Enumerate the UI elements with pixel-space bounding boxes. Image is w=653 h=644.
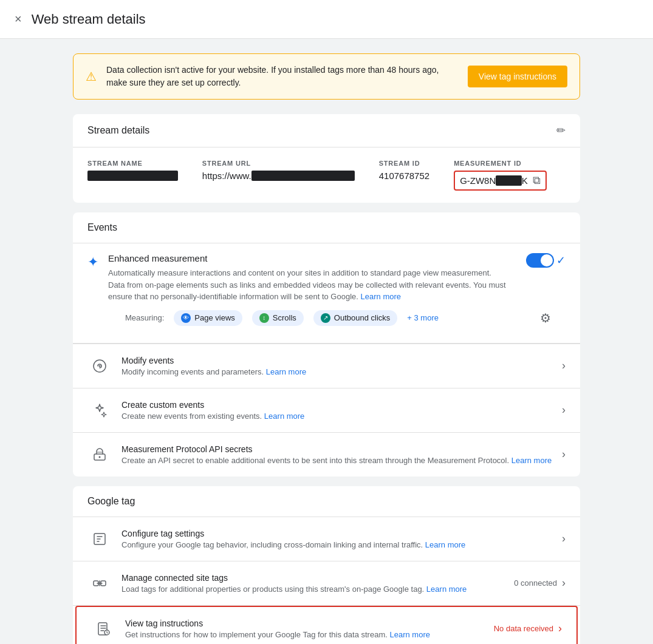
google-tag-title: Google tag [73, 486, 580, 517]
enhanced-measurement-title: Enhanced measurement [108, 253, 516, 263]
measurement-protocol-learn-more[interactable]: Learn more [511, 456, 552, 465]
enhanced-measurement-row: ✦ Enhanced measurement Automatically mea… [87, 253, 566, 303]
stream-url-label: STREAM URL [202, 160, 355, 167]
stream-id-field: STREAM ID 4107678752 [379, 160, 429, 191]
connected-tags-title: Manage connected site tags [121, 573, 514, 583]
measurement-id-value: G-ZW8N████K [460, 175, 528, 186]
events-section-title: Events [73, 212, 580, 243]
connected-tags-icon [87, 571, 112, 595]
measurement-protocol-content: Measurement Protocol API secrets Create … [121, 444, 562, 465]
scrolls-icon: ↕ [259, 313, 269, 323]
svg-point-1 [99, 365, 101, 367]
modify-events-content: Modify events Modify incoming events and… [121, 356, 562, 376]
create-custom-events-title: Create custom events [121, 400, 562, 410]
toggle-check-icon: ✓ [556, 254, 566, 267]
close-button[interactable]: × [15, 12, 22, 26]
enhanced-toggle[interactable] [526, 253, 554, 268]
page-header: × Web stream details [0, 0, 653, 39]
measurement-protocol-chevron: › [562, 448, 566, 461]
page-views-chip[interactable]: 👁 Page views [174, 310, 242, 326]
modify-events-desc: Modify incoming events and parameters. L… [121, 367, 562, 376]
view-tag-icon [91, 617, 115, 641]
view-tag-learn-more[interactable]: Learn more [389, 630, 429, 639]
enhanced-measurement-desc: Automatically measure interactions and c… [108, 267, 516, 303]
google-tag-card: Google tag Configure tag settings Config… [73, 486, 580, 645]
connected-tags-desc: Load tags for additional properties or p… [121, 585, 514, 594]
measuring-row: Measuring: 👁 Page views ↕ Scrolls ↗ Outb… [87, 303, 566, 333]
stream-fields: STREAM NAME ██████████████ STREAM URL ht… [73, 147, 580, 203]
view-tag-title: View tag instructions [125, 619, 494, 628]
stream-name-value: ██████████████ [87, 171, 178, 181]
copy-icon[interactable]: ⧉ [533, 174, 541, 187]
measurement-protocol-title: Measurement Protocol API secrets [121, 444, 562, 454]
stream-name-label: STREAM NAME [87, 160, 178, 167]
configure-tag-desc: Configure your Google tag behavior, incl… [121, 540, 562, 549]
outbound-clicks-chip[interactable]: ↗ Outbound clicks [313, 310, 398, 326]
page-views-icon: 👁 [181, 313, 191, 323]
create-custom-events-desc: Create new events from existing events. … [121, 412, 562, 421]
stream-url-field: STREAM URL https://www.████████████████ [202, 160, 355, 191]
outbound-clicks-label: Outbound clicks [334, 313, 391, 322]
modify-events-chevron: › [562, 359, 566, 372]
configure-tag-learn-more[interactable]: Learn more [425, 540, 465, 549]
toggle-container[interactable]: ✓ [526, 253, 566, 268]
measurement-protocol-desc: Create an API secret to enable additiona… [121, 456, 562, 465]
create-custom-events-row[interactable]: Create custom events Create new events f… [73, 388, 580, 432]
stream-id-label: STREAM ID [379, 160, 429, 167]
scrolls-label: Scrolls [273, 313, 296, 322]
configure-tag-content: Configure tag settings Configure your Go… [121, 529, 562, 549]
enhanced-measurement-content: Enhanced measurement Automatically measu… [108, 253, 516, 303]
configure-tag-icon [87, 527, 112, 551]
measurement-protocol-row[interactable]: Measurement Protocol API secrets Create … [73, 432, 580, 476]
measurement-settings-icon[interactable]: ⚙ [540, 311, 551, 325]
manage-connected-tags-row[interactable]: Manage connected site tags Load tags for… [73, 561, 580, 606]
connected-tags-learn-more[interactable]: Learn more [426, 585, 467, 594]
measurement-protocol-icon [87, 442, 112, 467]
measurement-id-container: G-ZW8N████K ⧉ [454, 171, 547, 191]
create-events-learn-more[interactable]: Learn more [264, 412, 304, 421]
connected-count-badge: 0 connected [514, 578, 557, 588]
modify-events-icon [87, 354, 112, 378]
main-content: ⚠ Data collection isn't active for your … [0, 39, 653, 644]
enhanced-learn-more-link[interactable]: Learn more [361, 292, 401, 301]
events-card: Events ✦ Enhanced measurement Automatica… [73, 212, 580, 476]
connected-tags-chevron: › [562, 577, 566, 589]
alert-banner: ⚠ Data collection isn't active for your … [73, 53, 580, 100]
scrolls-chip[interactable]: ↕ Scrolls [252, 310, 304, 326]
stream-details-card: Stream details ✏ STREAM NAME ███████████… [73, 114, 580, 203]
view-tag-content: View tag instructions Get instructions f… [125, 619, 494, 639]
stream-details-title: Stream details [87, 125, 149, 136]
modify-events-learn-more[interactable]: Learn more [266, 367, 306, 376]
alert-text: Data collection isn't active for your we… [106, 64, 458, 89]
create-custom-events-content: Create custom events Create new events f… [121, 400, 562, 421]
create-events-chevron: › [562, 404, 566, 416]
configure-tag-settings-row[interactable]: Configure tag settings Configure your Go… [73, 517, 580, 561]
measurement-id-field: MEASUREMENT ID G-ZW8N████K ⧉ [454, 160, 547, 191]
stream-details-header: Stream details ✏ [73, 114, 580, 147]
svg-point-3 [99, 456, 101, 458]
modify-events-title: Modify events [121, 356, 562, 365]
configure-tag-title: Configure tag settings [121, 529, 562, 538]
view-tag-instructions-row[interactable]: View tag instructions Get instructions f… [75, 606, 578, 645]
measurement-id-label: MEASUREMENT ID [454, 160, 547, 167]
no-data-badge: No data received [494, 624, 553, 633]
configure-tag-chevron: › [562, 532, 566, 545]
edit-icon[interactable]: ✏ [556, 124, 566, 137]
view-tag-instructions-button[interactable]: View tag instructions [468, 66, 567, 87]
sparkle-icon: ✦ [87, 254, 98, 270]
outbound-clicks-icon: ↗ [321, 313, 330, 323]
measuring-label: Measuring: [125, 313, 164, 322]
stream-id-value: 4107678752 [379, 171, 429, 181]
stream-url-value: https://www.████████████████ [202, 171, 355, 181]
create-custom-events-icon [87, 398, 112, 422]
stream-name-field: STREAM NAME ██████████████ [87, 160, 178, 191]
view-tag-chevron: › [558, 622, 562, 635]
connected-tags-content: Manage connected site tags Load tags for… [121, 573, 514, 594]
more-measurements-link[interactable]: + 3 more [407, 313, 439, 322]
view-tag-desc: Get instructions for how to implement yo… [125, 630, 494, 639]
enhanced-measurement-section: ✦ Enhanced measurement Automatically mea… [73, 243, 580, 344]
warning-icon: ⚠ [86, 69, 97, 84]
page-title: Web stream details [32, 12, 146, 27]
page-views-label: Page views [194, 313, 234, 322]
modify-events-row[interactable]: Modify events Modify incoming events and… [73, 344, 580, 388]
